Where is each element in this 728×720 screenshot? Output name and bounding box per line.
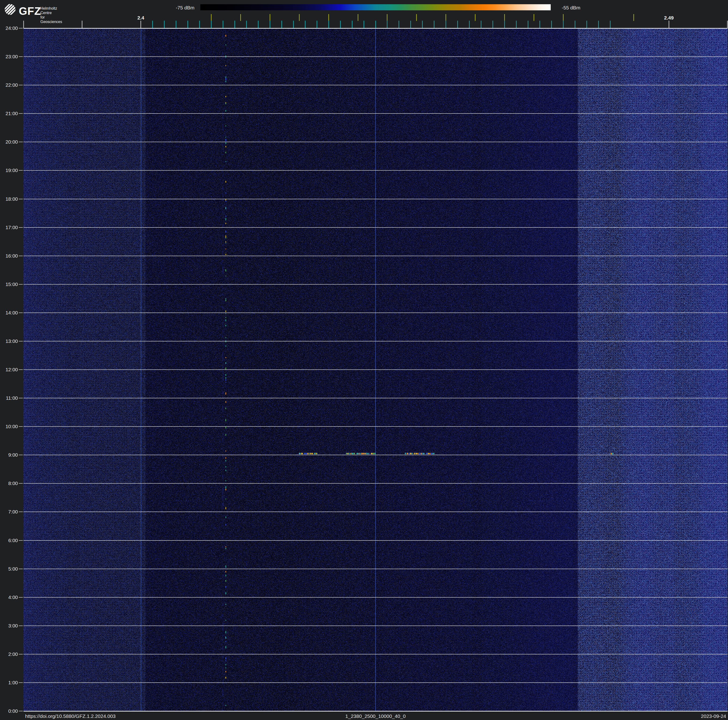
freq-tick-ble (246, 21, 247, 28)
freq-tick-wifi (358, 14, 358, 21)
signal-dot (225, 216, 226, 217)
signal-dot (223, 52, 223, 56)
signal-dot (225, 586, 226, 588)
freq-tick-ble (445, 21, 446, 28)
signal-dot (225, 382, 226, 383)
freq-tick-ble (610, 21, 610, 28)
hour-tick (19, 682, 23, 683)
hour-gridline (23, 57, 728, 57)
freq-tick-wifi (211, 14, 212, 21)
hour-gridline (23, 85, 728, 85)
hour-tick (19, 199, 23, 199)
signal-burst-dash (349, 453, 350, 454)
signal-burst-dash (304, 453, 305, 454)
signal-dot (225, 480, 226, 481)
signal-dot (225, 110, 226, 112)
signal-dot (225, 337, 226, 338)
signal-dot (225, 300, 226, 301)
signal-dot (225, 81, 226, 82)
signal-dot (223, 294, 223, 295)
hour-gridline (23, 569, 728, 569)
hour-tick (19, 113, 23, 114)
signal-dot (223, 433, 223, 436)
signal-dot (225, 571, 226, 573)
freq-tick-ble (375, 21, 376, 28)
signal-dot (223, 260, 223, 262)
freq-tick-10mhz (727, 21, 728, 28)
signal-dot (225, 218, 226, 221)
freq-tick-label: 2.49 (664, 15, 674, 21)
freq-tick-ble (176, 21, 176, 28)
hour-label: 18:00 (0, 196, 18, 202)
signal-dot (225, 103, 226, 104)
signal-burst-dash (373, 453, 375, 454)
signal-dot (225, 646, 226, 648)
signal-dot (223, 371, 223, 374)
signal-dot (223, 603, 223, 605)
signal-dot (225, 237, 226, 239)
signal-dot (225, 507, 226, 509)
freq-tick-ble (551, 21, 552, 28)
signal-dot (223, 244, 223, 247)
freq-tick-ble (164, 21, 165, 28)
freq-tick-ble (492, 21, 493, 28)
signal-dot (223, 34, 223, 37)
signal-dot (223, 702, 223, 704)
freq-tick-wifi (387, 14, 387, 21)
hour-gridline (23, 170, 728, 171)
signal-burst-dash (433, 453, 434, 454)
signal-dot (225, 524, 226, 525)
freq-tick-10mhz (82, 21, 83, 28)
signal-dot (223, 438, 223, 441)
colorbar-min-label: -75 dBm (176, 5, 194, 11)
signal-dot (225, 78, 226, 80)
signal-dot (223, 629, 223, 630)
signal-dot (223, 124, 223, 126)
freq-tick-10mhz (668, 21, 669, 28)
hour-label: 19:00 (0, 167, 18, 173)
signal-dot (223, 649, 223, 650)
signal-dot (225, 345, 226, 346)
signal-burst-dash (407, 453, 408, 454)
signal-dot (223, 224, 223, 227)
signal-dot (223, 416, 223, 417)
signal-dot (223, 116, 223, 119)
signal-dot (223, 705, 223, 706)
signal-burst-dash (363, 453, 365, 454)
signal-dot (223, 343, 223, 345)
signal-dot (223, 639, 223, 640)
signal-burst-dash (316, 453, 317, 454)
signal-dot (223, 288, 223, 290)
signal-dot (225, 269, 226, 271)
freq-tick-ble (234, 21, 235, 28)
hour-tick (19, 426, 23, 427)
freq-tick-label: 2.4 (138, 15, 144, 21)
hour-label: 20:00 (0, 139, 18, 145)
signal-dot (225, 181, 226, 183)
signal-dot (225, 546, 226, 547)
hour-label: 7:00 (0, 509, 18, 515)
signal-burst-dash (352, 453, 353, 454)
freq-tick-ble (223, 21, 223, 28)
signal-dot (223, 378, 223, 381)
signal-burst-dash (418, 453, 419, 454)
hour-gridline (23, 426, 728, 427)
signal-burst-dash (368, 453, 369, 454)
hour-label: 11:00 (0, 395, 18, 401)
signal-dot (225, 489, 226, 490)
signal-dot (223, 574, 223, 578)
signal-dot (223, 330, 223, 333)
signal-dot (223, 300, 223, 302)
signal-dot (223, 645, 223, 647)
hour-label: 2:00 (0, 651, 18, 657)
signal-dot (225, 499, 226, 499)
signal-dot (223, 272, 223, 274)
signal-dot (223, 536, 223, 539)
signal-burst-dash (361, 453, 363, 454)
signal-dot (225, 44, 226, 46)
signal-dot (223, 657, 223, 659)
freq-tick-ble (434, 21, 434, 28)
freq-tick-ble (399, 21, 399, 28)
signal-burst-dash (431, 453, 432, 454)
hour-label: 8:00 (0, 481, 18, 486)
